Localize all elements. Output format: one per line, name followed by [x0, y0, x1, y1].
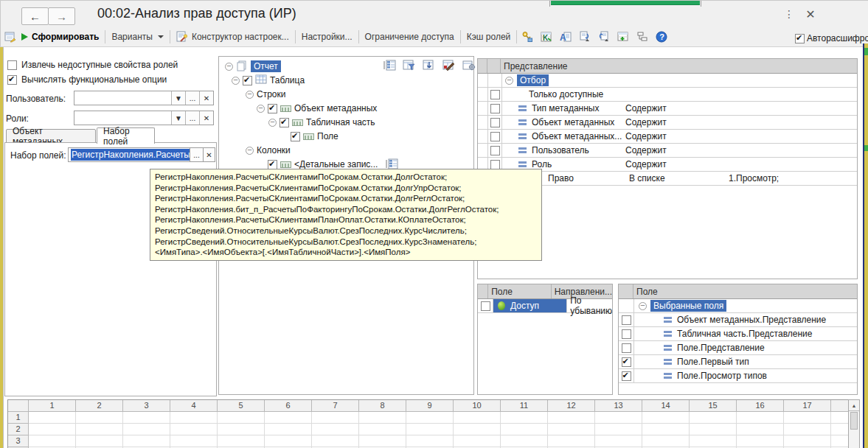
sheet-cell[interactable]	[312, 412, 359, 424]
report-form-icon[interactable]	[4, 31, 16, 43]
field-set-clear-button[interactable]: ✕	[204, 147, 215, 162]
sheet-cell[interactable]	[218, 424, 265, 435]
filter-row[interactable]: Тип метаданных Содержит	[478, 102, 857, 116]
fields-row-label[interactable]: Поле.Первый тип	[677, 357, 749, 367]
fields-row[interactable]: Поле.Первый тип	[619, 355, 857, 369]
filter-value[interactable]: 1.Просмотр;	[729, 173, 779, 183]
filter-row-checkbox[interactable]	[490, 118, 500, 127]
conditional-appearance-icon[interactable]	[442, 60, 456, 71]
sheet-cell[interactable]	[359, 412, 406, 424]
close-button[interactable]: ✕	[803, 6, 818, 22]
sheet-cell[interactable]	[312, 424, 359, 435]
spreadsheet-vertical-scrollbar[interactable]: ▲	[848, 399, 860, 448]
sheet-column-header[interactable]: 7	[312, 400, 359, 412]
compute-options-checkbox-row[interactable]: Вычислять функциональные опции	[7, 74, 167, 85]
sheet-cell[interactable]	[831, 435, 849, 447]
scroll-up-arrow-icon[interactable]: ▲	[849, 400, 859, 411]
sheet-cell[interactable]	[831, 424, 849, 435]
filter-row-checkbox[interactable]	[490, 132, 500, 141]
collapse-icon[interactable]	[246, 91, 254, 99]
extract-unavailable-checkbox[interactable]	[7, 60, 17, 70]
filter-field[interactable]: Тип метаданных	[532, 103, 625, 113]
roles-clear-button[interactable]: ✕	[199, 111, 213, 125]
sheet-cell[interactable]	[454, 412, 501, 424]
structure-settings-icon[interactable]	[462, 60, 476, 71]
sort-header-field[interactable]: Поле	[488, 284, 552, 298]
tree-label[interactable]: Поле	[317, 131, 338, 141]
result-spreadsheet[interactable]: 1234567891011121314151617181234	[7, 399, 849, 448]
tree-row-table[interactable]: Таблица	[232, 74, 305, 87]
sheet-column-header[interactable]: 5	[218, 400, 265, 412]
sheet-cell[interactable]	[690, 412, 737, 424]
sheet-cell[interactable]	[548, 424, 595, 435]
sheet-cell[interactable]	[123, 412, 170, 424]
sheet-cell[interactable]	[76, 412, 123, 424]
filter-table-icon[interactable]	[403, 60, 416, 71]
filter-field[interactable]: Пользователь	[532, 145, 625, 155]
sheet-cell[interactable]	[642, 424, 690, 435]
forward-button[interactable]: →	[48, 7, 75, 25]
tree-label[interactable]: Объект метаданных	[294, 103, 377, 113]
collapse-icon[interactable]	[268, 119, 277, 127]
sheet-column-header[interactable]: 8	[359, 400, 406, 412]
filter-row-checkbox[interactable]	[490, 104, 500, 113]
sheet-column-header[interactable]: 14	[642, 400, 690, 412]
tree-label-report[interactable]: Отчет	[251, 60, 281, 72]
filter-condition[interactable]: Содержит	[625, 159, 667, 169]
collapse-icon[interactable]	[232, 77, 240, 85]
sheet-cell[interactable]	[690, 424, 737, 435]
sheet-cell[interactable]	[123, 424, 170, 435]
expand-rows-button[interactable]	[579, 31, 591, 43]
tree-row-report[interactable]: Отчет	[225, 60, 281, 73]
sheet-cell[interactable]	[548, 435, 595, 447]
scrollbar-thumb[interactable]	[850, 412, 858, 430]
sheet-cell[interactable]	[76, 424, 123, 435]
tree-row-tabular-section[interactable]: Табличная часть	[268, 116, 375, 129]
sheet-column-header[interactable]: 17	[784, 400, 831, 412]
filter-header-presentation[interactable]: Представление	[501, 59, 857, 73]
collapse-icon[interactable]	[246, 147, 254, 155]
tree-label[interactable]: Строки	[257, 89, 285, 99]
filter-row[interactable]: Объект метаданных... Содержит	[478, 130, 857, 144]
sheet-cell[interactable]	[784, 424, 831, 435]
sheet-row-header[interactable]: 1	[8, 412, 29, 424]
tree-checkbox[interactable]	[268, 104, 277, 113]
sheet-cell[interactable]	[265, 424, 312, 435]
tree-row-metadata-object[interactable]: Объект метаданных	[257, 102, 377, 115]
filter-field[interactable]: Право	[548, 173, 629, 183]
filter-field[interactable]: Роль	[532, 159, 625, 169]
sheet-row-header[interactable]: 2	[8, 424, 29, 435]
sheet-cell[interactable]	[406, 435, 454, 447]
font-settings-button[interactable]: A	[560, 31, 572, 43]
sheet-cell[interactable]	[170, 424, 218, 435]
filter-row[interactable]: Пользователь Содержит	[478, 144, 857, 158]
roles-choose-button[interactable]: ...	[185, 111, 199, 125]
grouping-levels-icon[interactable]	[383, 60, 396, 71]
sheet-cell[interactable]	[831, 412, 849, 424]
sheet-cell[interactable]	[454, 424, 501, 435]
key-button[interactable]	[521, 31, 533, 43]
sheet-cell[interactable]	[170, 435, 218, 447]
fields-row-checkbox[interactable]	[622, 343, 631, 353]
sheet-cell[interactable]	[76, 435, 123, 447]
sheet-cell[interactable]	[359, 435, 406, 447]
back-button[interactable]: ←	[21, 7, 49, 25]
sheet-corner-cell[interactable]	[8, 400, 29, 412]
filter-group-row[interactable]: Отбор	[478, 74, 857, 88]
collapse-icon[interactable]	[505, 77, 513, 85]
sheet-column-header[interactable]: 16	[737, 400, 784, 412]
filter-condition[interactable]: Содержит	[625, 103, 667, 113]
tree-checkbox[interactable]	[243, 76, 252, 85]
filter-row[interactable]: Только доступные	[478, 88, 857, 102]
sheet-column-header[interactable]: 13	[595, 400, 642, 412]
fields-row-label[interactable]: Поле.Представление	[677, 343, 765, 353]
filter-condition[interactable]: Содержит	[625, 131, 667, 141]
sheet-cell[interactable]	[737, 412, 784, 424]
sheet-cell[interactable]	[265, 435, 312, 447]
sheet-cell[interactable]	[29, 424, 76, 435]
roles-dropdown-button[interactable]: ▼	[171, 111, 185, 125]
sheet-column-header[interactable]: 6	[265, 400, 312, 412]
tree-row-field[interactable]: Поле	[291, 130, 338, 143]
sheet-cell[interactable]	[690, 435, 737, 447]
roles-input[interactable]: ▼ ... ✕	[74, 111, 214, 125]
